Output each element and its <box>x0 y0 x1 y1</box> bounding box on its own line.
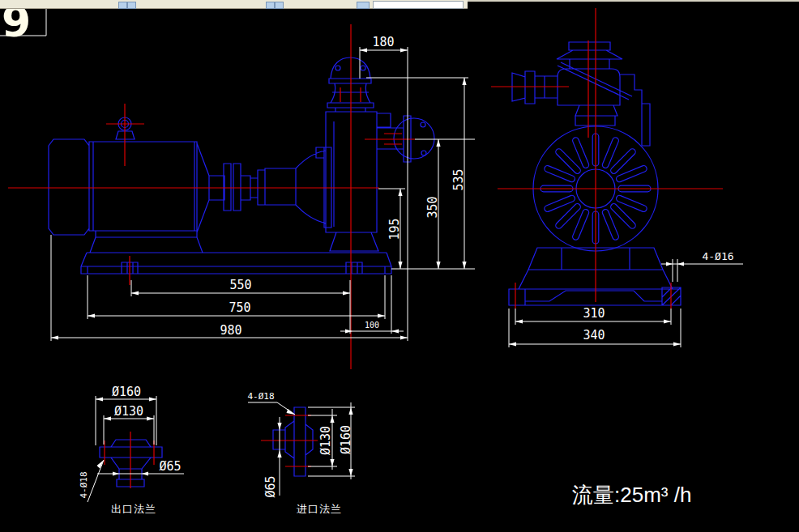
fan-vent-slot <box>554 147 582 175</box>
toolbar-button-fragment[interactable] <box>275 2 284 9</box>
side-view: 180 550 750 980 100 195 350 535 <box>0 8 475 369</box>
dim-180: 180 <box>372 35 394 49</box>
pump-specs: 流量:25m³ /h 扬程:32m 电机功率： 5. 5kW-2P 电机转速： … <box>572 418 781 532</box>
dim-310: 310 <box>583 306 605 321</box>
fan-vent-slot <box>615 164 647 182</box>
front-view-centerlines <box>491 8 723 309</box>
fan-vent-slot <box>544 164 576 182</box>
fan-vent-slot <box>609 147 637 175</box>
outlet-flange-detail: Ø160 Ø130 Ø65 4-Ø18 出口法兰 <box>79 385 184 515</box>
fan-vent-slot <box>609 202 637 230</box>
outlet-dim-od: Ø160 <box>112 385 141 399</box>
outlet-flange-caption: 出口法兰 <box>111 503 156 515</box>
fan-vent-slot <box>554 202 582 230</box>
inlet-dim-bc: Ø130 <box>318 426 333 455</box>
dim-350: 350 <box>425 196 440 218</box>
dim-100: 100 <box>365 321 379 330</box>
toolbar-button-fragment[interactable] <box>118 2 127 9</box>
side-view-dimension-arrows <box>51 48 467 339</box>
dim-750: 750 <box>229 300 250 315</box>
dim-980: 980 <box>220 323 241 338</box>
fan-vent-slot <box>544 194 576 212</box>
fan-vent-slot <box>571 208 589 240</box>
side-view-centerlines <box>8 24 415 369</box>
spec-flow-rate: 流量:25m³ /h <box>572 479 781 510</box>
inlet-dim-bore: Ø65 <box>263 475 278 497</box>
fan-vent-slot <box>615 194 647 212</box>
inlet-flange-detail: 4-Ø18 Ø130 Ø160 Ø65 进口法兰 <box>247 391 355 515</box>
outlet-bolt-right <box>361 66 365 70</box>
toolbar-button-fragment[interactable] <box>127 2 136 9</box>
toolbar-button-fragment[interactable] <box>266 2 275 9</box>
inlet-flange-caption: 进口法兰 <box>297 503 342 515</box>
fan-vent-slot <box>601 208 619 240</box>
outlet-bolt-left <box>335 66 340 70</box>
dim-340: 340 <box>583 328 605 343</box>
fan-vent-slot <box>601 137 619 169</box>
toolbar-input-fragment[interactable] <box>373 1 464 9</box>
inlet-flange-geometry <box>273 407 313 476</box>
inlet-flange-disc <box>394 118 434 159</box>
outlet-dim-bc: Ø130 <box>114 404 143 419</box>
dim-550: 550 <box>229 278 251 292</box>
dim-535: 535 <box>451 168 466 190</box>
fan-vent-slot <box>571 137 589 169</box>
inlet-bolt-top <box>421 122 425 127</box>
outlet-dim-holes: 4-Ø18 <box>79 471 89 498</box>
dim-foot-holes: 4-Ø16 <box>702 250 733 262</box>
side-view-geometry <box>49 57 411 274</box>
cad-viewport: 9 180 550 750 980 100 195 350 535 <box>0 0 799 532</box>
inlet-bolt-bottom <box>421 151 426 155</box>
inlet-flange-centerlines <box>261 415 318 466</box>
outlet-dim-bore: Ø65 <box>159 459 181 474</box>
front-view-dimension-lines <box>509 259 743 347</box>
front-view: 310 340 4-Ø16 <box>491 8 743 347</box>
toolbar-button-fragment[interactable] <box>357 2 370 9</box>
inlet-dim-od: Ø160 <box>339 425 353 454</box>
inlet-dim-holes: 4-Ø18 <box>247 391 274 402</box>
dim-195: 195 <box>387 218 402 240</box>
toolbar-sliver[interactable] <box>0 0 468 9</box>
